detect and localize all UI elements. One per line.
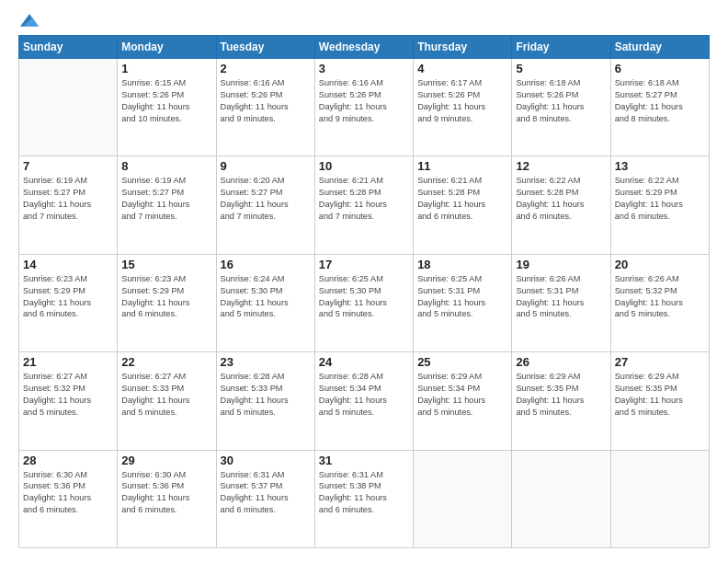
day-number: 10 bbox=[319, 159, 409, 173]
cell-info: Sunrise: 6:29 AMSunset: 5:34 PMDaylight:… bbox=[417, 371, 507, 419]
cell-info: Sunrise: 6:16 AMSunset: 5:26 PMDaylight:… bbox=[221, 77, 311, 125]
cell-info: Sunrise: 6:30 AMSunset: 5:36 PMDaylight:… bbox=[121, 469, 211, 517]
calendar-cell: 24Sunrise: 6:28 AMSunset: 5:34 PMDayligh… bbox=[314, 352, 413, 450]
cell-info: Sunrise: 6:22 AMSunset: 5:29 PMDaylight:… bbox=[615, 175, 705, 223]
cell-info: Sunrise: 6:15 AMSunset: 5:26 PMDaylight:… bbox=[121, 77, 211, 125]
cell-info: Sunrise: 6:18 AMSunset: 5:26 PMDaylight:… bbox=[516, 77, 606, 125]
day-number: 20 bbox=[615, 258, 705, 271]
calendar-cell bbox=[414, 450, 512, 547]
cell-info: Sunrise: 6:26 AMSunset: 5:31 PMDaylight:… bbox=[516, 273, 606, 321]
day-number: 11 bbox=[417, 159, 507, 173]
calendar-cell: 11Sunrise: 6:21 AMSunset: 5:28 PMDayligh… bbox=[414, 156, 512, 254]
calendar-cell bbox=[512, 450, 610, 547]
cell-info: Sunrise: 6:20 AMSunset: 5:27 PMDaylight:… bbox=[221, 175, 311, 223]
day-number: 16 bbox=[221, 258, 311, 271]
header bbox=[18, 15, 710, 26]
calendar-cell: 27Sunrise: 6:29 AMSunset: 5:35 PMDayligh… bbox=[610, 352, 709, 450]
calendar-cell: 22Sunrise: 6:27 AMSunset: 5:33 PMDayligh… bbox=[118, 352, 216, 450]
cell-info: Sunrise: 6:23 AMSunset: 5:29 PMDaylight:… bbox=[121, 273, 211, 321]
day-number: 22 bbox=[121, 355, 211, 369]
day-number: 15 bbox=[121, 258, 211, 271]
cell-info: Sunrise: 6:25 AMSunset: 5:31 PMDaylight:… bbox=[417, 273, 507, 321]
day-number: 23 bbox=[221, 355, 311, 369]
col-header-friday: Friday bbox=[512, 36, 610, 59]
col-header-monday: Monday bbox=[118, 36, 216, 59]
cell-info: Sunrise: 6:27 AMSunset: 5:32 PMDaylight:… bbox=[23, 371, 113, 419]
calendar-cell: 3Sunrise: 6:16 AMSunset: 5:26 PMDaylight… bbox=[314, 59, 413, 156]
calendar-cell: 6Sunrise: 6:18 AMSunset: 5:27 PMDaylight… bbox=[610, 59, 709, 156]
col-header-tuesday: Tuesday bbox=[216, 36, 314, 59]
day-number: 26 bbox=[516, 355, 606, 369]
cell-info: Sunrise: 6:22 AMSunset: 5:28 PMDaylight:… bbox=[516, 175, 606, 223]
day-number: 1 bbox=[121, 62, 211, 75]
day-number: 17 bbox=[319, 258, 409, 271]
cell-info: Sunrise: 6:19 AMSunset: 5:27 PMDaylight:… bbox=[121, 175, 211, 223]
calendar-cell: 20Sunrise: 6:26 AMSunset: 5:32 PMDayligh… bbox=[610, 254, 709, 351]
logo bbox=[18, 15, 39, 26]
day-number: 8 bbox=[121, 159, 211, 173]
day-number: 14 bbox=[23, 258, 113, 271]
cell-info: Sunrise: 6:17 AMSunset: 5:26 PMDaylight:… bbox=[417, 77, 507, 125]
calendar-week-4: 28Sunrise: 6:30 AMSunset: 5:36 PMDayligh… bbox=[19, 450, 710, 547]
calendar-cell: 4Sunrise: 6:17 AMSunset: 5:26 PMDaylight… bbox=[414, 59, 512, 156]
day-number: 13 bbox=[615, 159, 705, 173]
cell-info: Sunrise: 6:28 AMSunset: 5:33 PMDaylight:… bbox=[221, 371, 311, 419]
calendar-cell: 30Sunrise: 6:31 AMSunset: 5:37 PMDayligh… bbox=[216, 450, 314, 547]
calendar-week-2: 14Sunrise: 6:23 AMSunset: 5:29 PMDayligh… bbox=[19, 254, 710, 351]
day-number: 6 bbox=[615, 62, 705, 75]
logo-icon bbox=[20, 11, 39, 29]
calendar-week-0: 1Sunrise: 6:15 AMSunset: 5:26 PMDaylight… bbox=[19, 59, 710, 156]
calendar-cell: 9Sunrise: 6:20 AMSunset: 5:27 PMDaylight… bbox=[216, 156, 314, 254]
cell-info: Sunrise: 6:23 AMSunset: 5:29 PMDaylight:… bbox=[23, 273, 113, 321]
page: SundayMondayTuesdayWednesdayThursdayFrid… bbox=[0, 0, 728, 563]
col-header-saturday: Saturday bbox=[610, 36, 709, 59]
day-number: 12 bbox=[516, 159, 606, 173]
calendar-week-3: 21Sunrise: 6:27 AMSunset: 5:32 PMDayligh… bbox=[19, 352, 710, 450]
col-header-sunday: Sunday bbox=[19, 36, 118, 59]
col-header-wednesday: Wednesday bbox=[314, 36, 413, 59]
cell-info: Sunrise: 6:31 AMSunset: 5:37 PMDaylight:… bbox=[221, 469, 311, 517]
calendar-cell: 28Sunrise: 6:30 AMSunset: 5:36 PMDayligh… bbox=[19, 450, 118, 547]
day-number: 25 bbox=[417, 355, 507, 369]
calendar-cell: 10Sunrise: 6:21 AMSunset: 5:28 PMDayligh… bbox=[314, 156, 413, 254]
day-number: 29 bbox=[121, 454, 211, 467]
cell-info: Sunrise: 6:31 AMSunset: 5:38 PMDaylight:… bbox=[319, 469, 409, 517]
calendar-cell: 15Sunrise: 6:23 AMSunset: 5:29 PMDayligh… bbox=[118, 254, 216, 351]
day-number: 18 bbox=[417, 258, 507, 271]
cell-info: Sunrise: 6:19 AMSunset: 5:27 PMDaylight:… bbox=[23, 175, 113, 223]
calendar-cell: 23Sunrise: 6:28 AMSunset: 5:33 PMDayligh… bbox=[216, 352, 314, 450]
col-header-thursday: Thursday bbox=[414, 36, 512, 59]
cell-info: Sunrise: 6:28 AMSunset: 5:34 PMDaylight:… bbox=[319, 371, 409, 419]
calendar-cell: 14Sunrise: 6:23 AMSunset: 5:29 PMDayligh… bbox=[19, 254, 118, 351]
day-number: 30 bbox=[221, 454, 311, 467]
cell-info: Sunrise: 6:21 AMSunset: 5:28 PMDaylight:… bbox=[417, 175, 507, 223]
day-number: 7 bbox=[23, 159, 113, 173]
cell-info: Sunrise: 6:16 AMSunset: 5:26 PMDaylight:… bbox=[319, 77, 409, 125]
calendar-cell: 13Sunrise: 6:22 AMSunset: 5:29 PMDayligh… bbox=[610, 156, 709, 254]
day-number: 24 bbox=[319, 355, 409, 369]
day-number: 5 bbox=[516, 62, 606, 75]
day-number: 2 bbox=[221, 62, 311, 75]
calendar-cell: 17Sunrise: 6:25 AMSunset: 5:30 PMDayligh… bbox=[314, 254, 413, 351]
calendar-cell: 1Sunrise: 6:15 AMSunset: 5:26 PMDaylight… bbox=[118, 59, 216, 156]
calendar-cell bbox=[610, 450, 709, 547]
cell-info: Sunrise: 6:30 AMSunset: 5:36 PMDaylight:… bbox=[23, 469, 113, 517]
calendar-cell: 12Sunrise: 6:22 AMSunset: 5:28 PMDayligh… bbox=[512, 156, 610, 254]
calendar-cell: 25Sunrise: 6:29 AMSunset: 5:34 PMDayligh… bbox=[414, 352, 512, 450]
day-number: 28 bbox=[23, 454, 113, 467]
cell-info: Sunrise: 6:18 AMSunset: 5:27 PMDaylight:… bbox=[615, 77, 705, 125]
calendar-cell: 7Sunrise: 6:19 AMSunset: 5:27 PMDaylight… bbox=[19, 156, 118, 254]
calendar-cell: 18Sunrise: 6:25 AMSunset: 5:31 PMDayligh… bbox=[414, 254, 512, 351]
day-number: 9 bbox=[221, 159, 311, 173]
day-number: 4 bbox=[417, 62, 507, 75]
cell-info: Sunrise: 6:24 AMSunset: 5:30 PMDaylight:… bbox=[221, 273, 311, 321]
calendar-cell: 31Sunrise: 6:31 AMSunset: 5:38 PMDayligh… bbox=[314, 450, 413, 547]
cell-info: Sunrise: 6:29 AMSunset: 5:35 PMDaylight:… bbox=[615, 371, 705, 419]
cell-info: Sunrise: 6:21 AMSunset: 5:28 PMDaylight:… bbox=[319, 175, 409, 223]
cell-info: Sunrise: 6:26 AMSunset: 5:32 PMDaylight:… bbox=[615, 273, 705, 321]
cell-info: Sunrise: 6:27 AMSunset: 5:33 PMDaylight:… bbox=[121, 371, 211, 419]
day-number: 27 bbox=[615, 355, 705, 369]
calendar-cell: 8Sunrise: 6:19 AMSunset: 5:27 PMDaylight… bbox=[118, 156, 216, 254]
day-number: 31 bbox=[319, 454, 409, 467]
calendar-cell bbox=[19, 59, 118, 156]
